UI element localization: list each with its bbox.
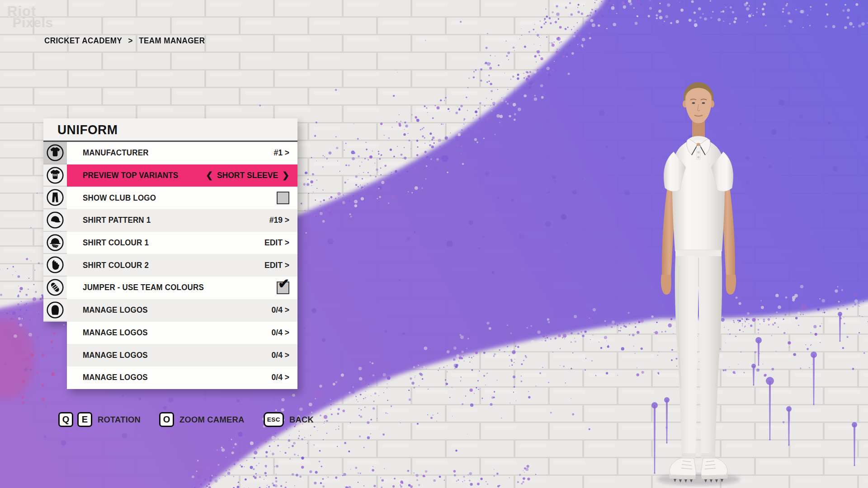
row-value: #19 >	[269, 216, 289, 225]
sidebar-tab-cap[interactable]	[43, 209, 67, 232]
menu-row-shirt-colour-1[interactable]: SHIRT COLOUR 1EDIT >	[67, 232, 297, 254]
row-value: #1 >	[274, 148, 289, 158]
shirt-back-number-icon: 00	[46, 166, 64, 184]
checkbox-checked[interactable]: ✔	[277, 282, 289, 294]
uniform-panel-header: UNIFORM	[43, 118, 297, 142]
chooser-value: SHORT SLEEVE	[217, 171, 278, 180]
menu-row-shirt-pattern-1[interactable]: SHIRT PATTERN 1#19 >	[67, 209, 297, 232]
breadcrumb: CRICKET ACADEMY > TEAM MANAGER	[44, 36, 205, 46]
row-label: MANUFACTURER	[83, 148, 149, 158]
variant-chooser: ❮SHORT SLEEVE❯	[206, 170, 289, 181]
trousers-icon	[46, 188, 64, 206]
controls-bar: QEROTATIONOZOOM CAMERAESCBACK	[58, 412, 315, 427]
sidebar-tab-headwear[interactable]	[43, 299, 67, 322]
key-e-icon[interactable]: E	[77, 412, 92, 427]
character-head	[683, 82, 714, 123]
character-model	[642, 71, 778, 488]
menu-row-manufacturer[interactable]: MANUFACTURER#1 >	[67, 142, 297, 164]
breadcrumb-section: CRICKET ACADEMY	[44, 36, 122, 46]
sidebar-tab-glove[interactable]	[43, 254, 67, 277]
control-label: ZOOM CAMERA	[179, 415, 244, 425]
character-shirt	[664, 136, 733, 251]
row-value: EDIT >	[264, 238, 289, 248]
row-label: SHOW CLUB LOGO	[83, 193, 156, 203]
menu-row-manage-logos-4[interactable]: MANAGE LOGOS0/4 >	[67, 366, 297, 389]
menu-row-shirt-colour-2[interactable]: SHIRT COLOUR 2EDIT >	[67, 254, 297, 277]
key-esc-icon[interactable]: ESC	[264, 412, 284, 427]
character-trousers	[675, 250, 722, 458]
uniform-panel-body: 00 MANUFACTURER#1 >PREVIEW TOP VARIANTS❮…	[43, 142, 297, 389]
row-value: EDIT >	[264, 261, 289, 270]
svg-text:00: 00	[53, 173, 57, 177]
menu-row-preview-top-variants[interactable]: PREVIEW TOP VARIANTS❮SHORT SLEEVE❯	[67, 164, 297, 187]
watermark: Riot Pixels	[7, 5, 53, 30]
key-q-icon[interactable]: Q	[58, 412, 73, 427]
menu-row-jumper-use-team-colours[interactable]: JUMPER - USE TEAM COLOURS✔	[67, 277, 297, 299]
row-label: SHIRT COLOUR 1	[83, 238, 149, 248]
control-label: BACK	[289, 415, 314, 425]
glove-icon	[46, 256, 64, 274]
shirt-front-icon	[46, 144, 64, 162]
row-value: 0/4 >	[272, 351, 289, 360]
control-hint-back: ESCBACK	[264, 412, 315, 427]
row-label: MANAGE LOGOS	[83, 351, 148, 360]
menu-row-manage-logos-3[interactable]: MANAGE LOGOS0/4 >	[67, 344, 297, 366]
screen: { "watermark": { "line1": "Riot", "line2…	[0, 0, 868, 488]
chevron-right-icon[interactable]: ❯	[282, 170, 289, 180]
key-o-icon[interactable]: O	[159, 412, 174, 427]
pad-icon	[46, 278, 64, 296]
row-value: 0/4 >	[272, 305, 289, 315]
chevron-left-icon[interactable]: ❮	[206, 170, 213, 180]
control-label: ROTATION	[98, 415, 141, 425]
row-label: PREVIEW TOP VARIANTS	[83, 171, 178, 180]
headwear-icon	[46, 301, 64, 319]
row-label: SHIRT COLOUR 2	[83, 261, 149, 270]
watermark-line2: Pixels	[13, 17, 53, 30]
panel-title: UNIFORM	[57, 122, 118, 137]
sidebar-tab-trousers[interactable]	[43, 187, 67, 209]
control-hint-rotation: QEROTATION	[58, 412, 142, 427]
sidebar-tab-batting-helmet[interactable]	[43, 232, 67, 254]
row-value: 0/4 >	[272, 373, 289, 382]
cap-icon	[46, 211, 64, 229]
row-label: MANAGE LOGOS	[83, 328, 148, 338]
uniform-panel: UNIFORM 00 MANUFACTURER#1 >PREVIEW TOP V…	[43, 118, 297, 389]
sidebar-tab-shirt-front[interactable]	[43, 142, 67, 164]
row-label: MANAGE LOGOS	[83, 373, 148, 382]
row-label: SHIRT PATTERN 1	[83, 216, 151, 225]
kit-category-sidebar: 00	[43, 142, 67, 322]
row-value: 0/4 >	[272, 328, 289, 338]
control-hint-zoom-camera: OZOOM CAMERA	[159, 412, 246, 427]
breadcrumb-page: TEAM MANAGER	[139, 36, 205, 46]
row-label: JUMPER - USE TEAM COLOURS	[83, 283, 204, 292]
uniform-options-list: MANUFACTURER#1 >PREVIEW TOP VARIANTS❮SHO…	[67, 142, 297, 389]
menu-row-manage-logos-2[interactable]: MANAGE LOGOS0/4 >	[67, 322, 297, 344]
batting-helmet-icon	[46, 234, 64, 252]
row-label: MANAGE LOGOS	[83, 305, 148, 315]
breadcrumb-separator-icon: >	[128, 36, 133, 46]
checkmark-icon: ✔	[278, 277, 289, 291]
menu-row-show-club-logo[interactable]: SHOW CLUB LOGO	[67, 187, 297, 209]
sidebar-tab-shirt-back-number[interactable]: 00	[43, 164, 67, 187]
checkbox-unchecked[interactable]	[277, 192, 289, 204]
sidebar-tab-pad[interactable]	[43, 277, 67, 299]
menu-row-manage-logos-1[interactable]: MANAGE LOGOS0/4 >	[67, 299, 297, 322]
